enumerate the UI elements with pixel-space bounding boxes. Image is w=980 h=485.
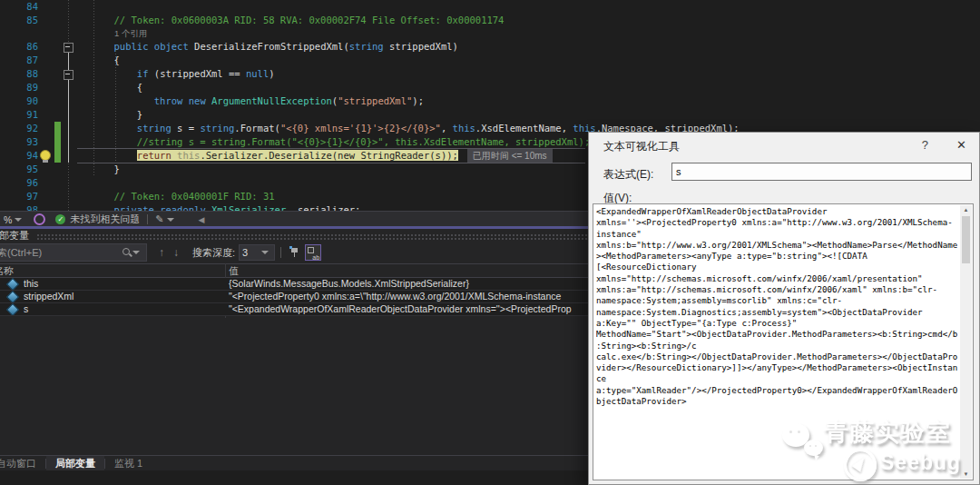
expression-field[interactable]: s xyxy=(671,163,972,181)
code-line: 86 public object DeserializeFromStripped… xyxy=(0,40,980,54)
search-next-button[interactable]: ↓ xyxy=(169,246,183,259)
wechat-icon-tail xyxy=(812,454,819,461)
line-number: 85 xyxy=(0,14,38,27)
change-tracking-bar xyxy=(54,122,61,163)
code-line: 88 if (strippedXml == null) xyxy=(0,67,980,81)
tab-autos[interactable]: 自动窗口 xyxy=(0,456,45,470)
locals-title: 局部变量 xyxy=(0,229,29,242)
variable-name: this xyxy=(24,278,38,290)
code-text: private readonly XmlSerializer _serializ… xyxy=(51,203,360,211)
chevron-down-icon[interactable] xyxy=(167,218,174,222)
code-line: 91 } xyxy=(0,108,980,122)
dialog-title-bar[interactable]: 文本可视化工具 ? ✕ xyxy=(589,133,979,157)
watermark-en-text: Seebug xyxy=(880,450,961,475)
divider xyxy=(147,214,148,224)
collapse-icon[interactable] xyxy=(64,70,74,80)
tab-locals[interactable]: 局部变量 xyxy=(46,456,104,470)
dialog-title: 文本可视化工具 xyxy=(603,139,680,154)
code-line: 84 xyxy=(0,0,980,14)
chevron-down-icon[interactable] xyxy=(132,251,140,254)
check-circle-icon: ✓ xyxy=(55,214,65,224)
code-text: } xyxy=(51,108,142,122)
watermark: 青藤实验室 Seebug xyxy=(777,416,972,485)
line-number: 94 xyxy=(0,149,38,163)
code-line: 90 throw new ArgumentNullException("stri… xyxy=(0,94,980,108)
line-number: 87 xyxy=(0,54,38,67)
issues-status-text: 未找到相关问题 xyxy=(70,213,140,226)
codelens-row: 1 个引用 xyxy=(0,27,980,40)
column-name: 名称 xyxy=(0,264,14,277)
search-depth-label: 搜索深度: xyxy=(192,246,235,260)
code-text: 1 个引用 xyxy=(114,27,147,40)
zoom-level-dropdown[interactable]: % xyxy=(0,214,28,225)
line-number: 89 xyxy=(0,81,38,94)
pin-icon[interactable] xyxy=(289,246,301,259)
help-button[interactable]: ? xyxy=(922,138,928,152)
line-number: 93 xyxy=(0,135,38,149)
code-text: // Token: 0x0400001F RID: 31 xyxy=(51,190,275,203)
code-text: return this.Serializer.Deserialize(new S… xyxy=(51,149,553,163)
search-prev-button[interactable]: ↑ xyxy=(154,246,169,259)
lightbulb-icon[interactable] xyxy=(40,150,51,161)
vs-debugger-screen: 8485 // Token: 0x0600003A RID: 58 RVA: 0… xyxy=(0,0,980,485)
ab-glyph: ab xyxy=(312,254,319,261)
scroll-thumb[interactable] xyxy=(962,216,970,263)
code-text: public object DeserializeFromStrippedXml… xyxy=(51,40,458,54)
line-number: 98 xyxy=(0,203,38,211)
search-depth-value: 3 xyxy=(242,247,248,258)
collapse-icon[interactable] xyxy=(64,43,74,53)
pen-icon[interactable]: ✎ xyxy=(155,213,163,225)
variable-icon xyxy=(6,291,19,303)
line-number: 90 xyxy=(0,94,38,108)
variable-name: s xyxy=(24,303,28,315)
code-line: 89 { xyxy=(0,81,980,94)
current-statement-highlight: return this.Serializer.Deserialize(new S… xyxy=(137,150,458,161)
line-number: 91 xyxy=(0,108,38,122)
variable-icon xyxy=(6,278,19,291)
search-icon xyxy=(122,248,130,255)
variable-icon xyxy=(6,303,19,316)
code-text: if (strippedXml == null) xyxy=(51,67,275,81)
variable-value: "<ExpandedWrapperOfXamlReaderObjectDataP… xyxy=(229,303,572,315)
close-icon[interactable]: ✕ xyxy=(956,138,966,152)
line-number: 86 xyxy=(0,40,38,54)
line-number: 97 xyxy=(0,190,38,203)
variable-name: strippedXml xyxy=(24,291,74,302)
chevron-down-icon xyxy=(261,251,269,254)
square-glyph xyxy=(308,247,314,253)
column-value: 值 xyxy=(229,264,239,277)
code-text: //string s = string.Format("<{0}>{1}</{0… xyxy=(51,135,590,149)
code-text: // Token: 0x0600003A RID: 58 RVA: 0x0000… xyxy=(51,14,504,27)
code-line: 85 // Token: 0x0600003A RID: 58 RVA: 0x0… xyxy=(0,14,980,27)
scroll-up-icon[interactable]: ▲ xyxy=(960,207,972,213)
document-health-icon[interactable] xyxy=(34,213,45,225)
pin-dot xyxy=(289,246,292,249)
seebug-logo-icon xyxy=(844,449,877,481)
code-text: { xyxy=(51,54,120,67)
perf-tip[interactable]: 已用时间 <= 10ms xyxy=(467,149,553,163)
tab-watch1[interactable]: 监视 1 xyxy=(105,456,152,470)
raw-text-toggle[interactable]: ab xyxy=(305,244,321,261)
code-text: { xyxy=(51,81,142,94)
line-number: 96 xyxy=(0,176,38,190)
search-input[interactable]: 搜索(Ctrl+E) xyxy=(0,243,147,262)
divider xyxy=(280,247,281,258)
code-text: throw new ArgumentNullException("strippe… xyxy=(51,94,424,108)
line-number: 88 xyxy=(0,67,38,81)
chevron-down-icon xyxy=(15,218,22,222)
line-number: 95 xyxy=(0,163,38,176)
code-text: } xyxy=(51,163,120,176)
zoom-level-label: % xyxy=(4,214,12,225)
line-number: 84 xyxy=(0,0,38,14)
search-depth-dropdown[interactable]: 3 xyxy=(239,244,275,261)
variable-value: {SolarWinds.MessageBus.Models.XmlStrippe… xyxy=(229,278,469,290)
expression-label: 表达式(E): xyxy=(603,167,653,183)
line-number: 92 xyxy=(0,122,38,135)
variable-value: "<ProjectedProperty0 xmlns:a=\"http://ww… xyxy=(229,291,561,302)
search-placeholder: 搜索(Ctrl+E) xyxy=(0,246,42,260)
watermark-cn-text: 青藤实验室 xyxy=(824,416,951,449)
hscroll-left-arrow[interactable]: ◀ xyxy=(199,215,205,224)
code-line: 87 { xyxy=(0,54,980,67)
